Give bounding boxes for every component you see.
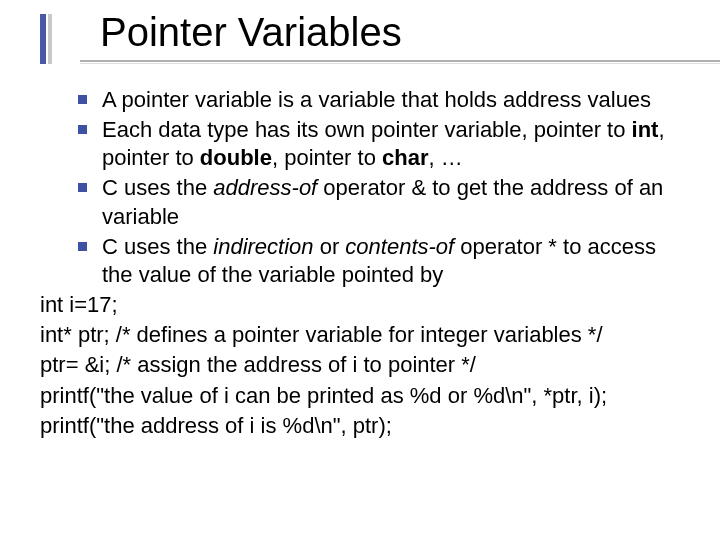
bullet-text: or bbox=[314, 234, 346, 259]
bold-text: char bbox=[382, 145, 428, 170]
bullet-text: Each data type has its own pointer varia… bbox=[102, 117, 632, 142]
italic-text: address-of bbox=[213, 175, 317, 200]
italic-text: contents-of bbox=[345, 234, 454, 259]
list-item: Each data type has its own pointer varia… bbox=[72, 116, 680, 172]
code-line: printf("the address of i is %d\n", ptr); bbox=[40, 412, 680, 440]
bullet-list: A pointer variable is a variable that ho… bbox=[72, 86, 680, 289]
bullet-text: C uses the bbox=[102, 175, 213, 200]
code-line: int* ptr; /* defines a pointer variable … bbox=[40, 321, 680, 349]
title-underline-shadow bbox=[80, 63, 720, 64]
code-line: int i=17; bbox=[40, 291, 680, 319]
bullet-text: A pointer variable is a variable that ho… bbox=[102, 87, 651, 112]
bold-text: int bbox=[632, 117, 659, 142]
italic-text: indirection bbox=[213, 234, 313, 259]
title-area: Pointer Variables bbox=[0, 0, 720, 64]
bullet-text: , pointer to bbox=[272, 145, 382, 170]
code-line: printf("the value of i can be printed as… bbox=[40, 382, 680, 410]
title-underline bbox=[80, 60, 720, 62]
list-item: C uses the address-of operator & to get … bbox=[72, 174, 680, 230]
bold-text: double bbox=[200, 145, 272, 170]
code-block: int i=17; int* ptr; /* defines a pointer… bbox=[40, 291, 680, 440]
list-item: C uses the indirection or contents-of op… bbox=[72, 233, 680, 289]
bullet-text: C uses the bbox=[102, 234, 213, 259]
list-item: A pointer variable is a variable that ho… bbox=[72, 86, 680, 114]
title-accent-icon bbox=[40, 14, 54, 64]
slide-title: Pointer Variables bbox=[100, 10, 720, 54]
code-line: ptr= &i; /* assign the address of i to p… bbox=[40, 351, 680, 379]
slide-body: A pointer variable is a variable that ho… bbox=[72, 86, 680, 440]
bullet-text: , … bbox=[429, 145, 463, 170]
